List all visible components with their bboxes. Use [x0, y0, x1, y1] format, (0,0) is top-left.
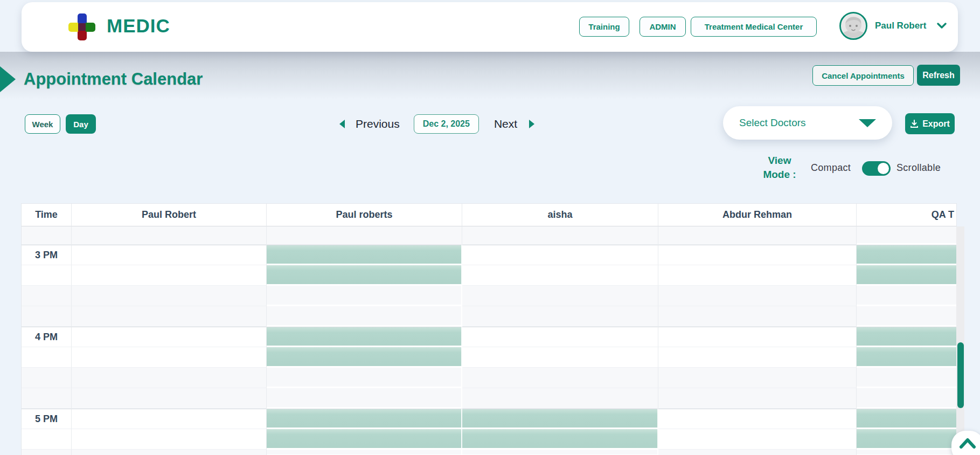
time-cell [22, 286, 72, 306]
empty-slot[interactable] [462, 347, 658, 368]
empty-slot[interactable] [72, 347, 267, 368]
cancel-appointments-button[interactable]: Cancel Appointments [812, 65, 914, 86]
empty-slot[interactable] [72, 245, 267, 265]
treatment-medical-center-button[interactable]: Treatment Medical Center [691, 17, 817, 37]
calendar-row: 3 PM [22, 245, 956, 265]
refresh-button[interactable]: Refresh [917, 65, 960, 86]
calendar-row [22, 286, 956, 306]
user-menu[interactable]: Paul Robert [839, 12, 947, 40]
appointment-block[interactable] [267, 327, 462, 347]
column-header-doctor: QA T [857, 204, 956, 226]
calendar-row [22, 265, 956, 286]
empty-slot[interactable] [462, 327, 658, 347]
empty-slot[interactable] [462, 286, 658, 306]
title-arrow-icon [0, 66, 16, 92]
appointment-block[interactable] [462, 429, 658, 450]
triangle-down-icon [859, 119, 876, 127]
appointment-block[interactable] [857, 409, 956, 429]
appointment-block[interactable] [857, 286, 956, 306]
calendar-row [22, 429, 956, 450]
empty-slot[interactable] [658, 450, 857, 455]
appointment-block[interactable] [267, 409, 462, 429]
column-header-doctor: aisha [462, 204, 658, 226]
empty-slot[interactable] [462, 388, 658, 409]
appointment-block[interactable] [462, 409, 658, 429]
empty-slot[interactable] [658, 327, 857, 347]
export-button[interactable]: Export [905, 113, 955, 134]
calendar-row: 4 PM [22, 327, 956, 347]
appointment-block[interactable] [857, 368, 956, 388]
vertical-scrollbar-thumb[interactable] [957, 342, 964, 408]
week-view-button[interactable]: Week [25, 114, 60, 134]
admin-button[interactable]: ADMIN [640, 17, 686, 37]
empty-slot[interactable] [72, 327, 267, 347]
next-button[interactable]: Next [494, 118, 517, 130]
scroll-to-top-button[interactable] [951, 431, 980, 455]
day-view-button[interactable]: Day [66, 114, 96, 134]
appointment-block[interactable] [267, 368, 462, 388]
appointment-block[interactable] [462, 450, 658, 455]
appointment-block[interactable] [857, 388, 956, 409]
empty-slot[interactable] [658, 306, 857, 327]
training-button[interactable]: Training [579, 17, 629, 37]
column-header-time: Time [22, 204, 72, 226]
vertical-scrollbar-track[interactable] [956, 226, 964, 455]
appointment-block[interactable] [267, 306, 462, 327]
appointment-block[interactable] [857, 226, 956, 245]
appointment-block[interactable] [267, 265, 462, 286]
appointment-block[interactable] [267, 429, 462, 450]
empty-slot[interactable] [462, 226, 658, 245]
brand-name: MEDIC [107, 15, 170, 37]
empty-slot[interactable] [658, 347, 857, 368]
time-cell: 5 PM [22, 409, 72, 429]
triangle-right-icon[interactable] [529, 120, 534, 128]
empty-slot[interactable] [462, 306, 658, 327]
empty-slot[interactable] [72, 409, 267, 429]
empty-slot[interactable] [72, 388, 267, 409]
empty-slot[interactable] [72, 286, 267, 306]
appointment-block[interactable] [267, 286, 462, 306]
empty-slot[interactable] [72, 368, 267, 388]
chevron-up-icon [959, 437, 976, 449]
empty-slot[interactable] [72, 429, 267, 450]
empty-slot[interactable] [267, 226, 462, 245]
empty-slot[interactable] [462, 245, 658, 265]
empty-slot[interactable] [462, 265, 658, 286]
page-title: Appointment Calendar [24, 70, 203, 89]
select-doctors-dropdown[interactable]: Select Doctors [723, 106, 892, 140]
empty-slot[interactable] [658, 409, 857, 429]
empty-slot[interactable] [72, 450, 267, 455]
empty-slot[interactable] [658, 286, 857, 306]
empty-slot[interactable] [462, 368, 658, 388]
calendar-row [22, 306, 956, 327]
appointment-block[interactable] [857, 327, 956, 347]
previous-button[interactable]: Previous [356, 118, 400, 130]
empty-slot[interactable] [658, 368, 857, 388]
appointment-block[interactable] [267, 245, 462, 265]
appointment-block[interactable] [857, 245, 956, 265]
empty-slot[interactable] [658, 265, 857, 286]
appointment-block[interactable] [857, 429, 956, 450]
appointment-block[interactable] [267, 347, 462, 368]
time-cell [22, 306, 72, 327]
empty-slot[interactable] [658, 245, 857, 265]
appointment-block[interactable] [267, 450, 462, 455]
appointment-block[interactable] [857, 347, 956, 368]
medic-logo-icon [68, 13, 95, 40]
triangle-left-icon[interactable] [339, 120, 345, 128]
empty-slot[interactable] [72, 265, 267, 286]
calendar-row [22, 368, 956, 388]
empty-slot[interactable] [72, 226, 267, 245]
column-header-doctor: Paul Robert [72, 204, 267, 226]
select-doctors-value: Select Doctors [739, 117, 806, 129]
appointment-block[interactable] [857, 450, 956, 455]
empty-slot[interactable] [658, 388, 857, 409]
view-mode-toggle[interactable] [862, 161, 891, 176]
appointment-block[interactable] [857, 265, 956, 286]
empty-slot[interactable] [658, 429, 857, 450]
empty-slot[interactable] [72, 306, 267, 327]
appointment-block[interactable] [857, 306, 956, 327]
current-date[interactable]: Dec 2, 2025 [414, 114, 479, 134]
appointment-block[interactable] [267, 388, 462, 409]
empty-slot[interactable] [658, 226, 857, 245]
